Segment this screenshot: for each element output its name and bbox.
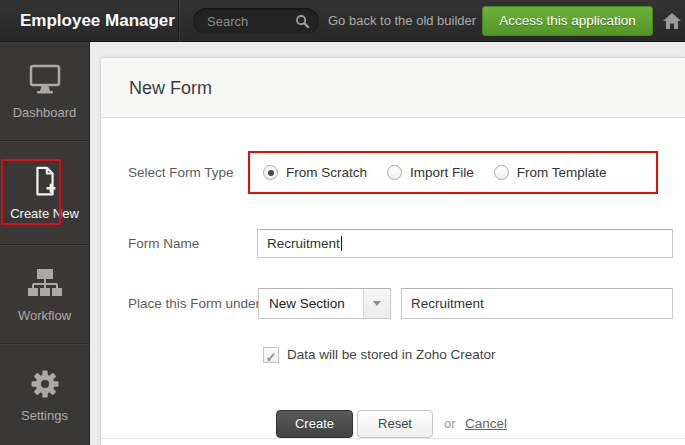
form-name-label: Form Name	[128, 229, 199, 258]
sidebar-item-label: Dashboard	[13, 105, 77, 120]
header-divider	[178, 0, 179, 42]
radio-from-template[interactable]: From Template	[494, 165, 607, 180]
select-form-type-label: Select Form Type	[128, 151, 234, 194]
section-dropdown[interactable]: New Section	[258, 288, 391, 319]
panel-footer-divider	[101, 438, 685, 439]
radio-button	[387, 165, 402, 180]
search-input[interactable]	[193, 14, 281, 29]
access-application-button[interactable]: Access this application	[482, 6, 653, 36]
radio-label: From Scratch	[286, 165, 367, 180]
sidebar-item-settings[interactable]: Settings	[0, 343, 89, 445]
storage-checkbox[interactable]	[263, 347, 279, 363]
sidebar-item-workflow[interactable]: Workflow	[0, 244, 89, 343]
old-builder-link[interactable]: Go back to the old builder	[328, 0, 476, 42]
form-name-input[interactable]: Recruitment	[257, 229, 673, 258]
sidebar-item-create-new[interactable]: Create New	[0, 140, 89, 244]
radio-label: From Template	[517, 165, 607, 180]
search-icon[interactable]	[295, 14, 310, 29]
radio-import-file[interactable]: Import File	[387, 165, 474, 180]
search-box[interactable]	[193, 8, 319, 34]
sidebar-item-label: Workflow	[18, 308, 71, 323]
text-cursor	[341, 236, 342, 251]
section-dropdown-value: New Section	[259, 289, 363, 318]
storage-checkbox-label: Data will be stored in Zoho Creator	[287, 347, 496, 363]
top-header: Employee Manager Go back to the old buil…	[0, 0, 685, 42]
reset-button[interactable]: Reset	[357, 410, 433, 438]
section-name-value: Recruitment	[411, 296, 484, 311]
sidebar: Dashboard Create New Workflow	[0, 42, 90, 445]
form-name-value: Recruitment	[267, 236, 340, 251]
chevron-down-icon[interactable]	[363, 289, 390, 318]
sidebar-item-dashboard[interactable]: Dashboard	[0, 42, 89, 140]
app-title: Employee Manager	[20, 0, 175, 41]
radio-from-scratch[interactable]: From Scratch	[263, 165, 367, 180]
sidebar-item-label: Settings	[21, 408, 68, 423]
section-name-input[interactable]: Recruitment	[401, 288, 673, 319]
page-title: New Form	[101, 58, 685, 118]
panel-header: New Form	[101, 58, 685, 118]
radio-button	[263, 165, 278, 180]
hierarchy-icon	[25, 266, 65, 302]
sidebar-item-label: Create New	[10, 206, 79, 221]
new-form-panel: New Form Select Form Type From Scratch I…	[100, 57, 685, 445]
cancel-link[interactable]: Cancel	[465, 410, 507, 438]
home-icon[interactable]	[662, 11, 682, 31]
radio-label: Import File	[410, 165, 474, 180]
gear-icon	[25, 366, 65, 402]
or-text: or	[444, 410, 456, 438]
radio-button	[494, 165, 509, 180]
create-button[interactable]: Create	[276, 410, 353, 438]
document-plus-icon	[25, 164, 65, 200]
monitor-icon	[25, 63, 65, 99]
place-form-under-label: Place this Form under	[128, 288, 260, 319]
highlight-form-type: From Scratch Import File From Template	[248, 151, 658, 194]
